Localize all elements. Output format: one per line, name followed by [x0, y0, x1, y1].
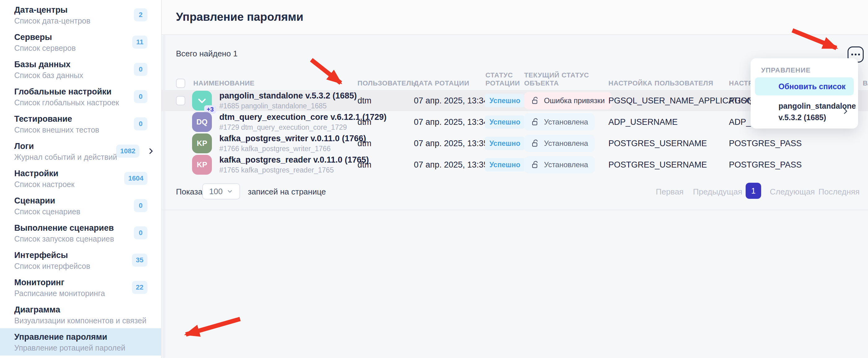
row-rotation-date: 07 апр. 2025, 13:35: [414, 160, 488, 170]
object-status-pill: Установлена: [524, 156, 595, 173]
count-badge: 11: [132, 36, 148, 48]
row-avatar: KP: [192, 155, 212, 175]
column-header-line: РОТАЦИИ: [486, 79, 520, 87]
row-user: dtm: [358, 139, 371, 148]
menu-item-refresh-list[interactable]: Обновить список: [755, 77, 854, 95]
sidebar-item-datacenters[interactable]: Дата-центры Список дата-центров 2: [0, 1, 161, 29]
ellipsis-icon: [851, 54, 860, 56]
row-rotation-date: 07 апр. 2025, 13:34: [414, 96, 488, 106]
object-status-pill: Ошибка привязки: [524, 92, 612, 109]
sidebar-item-subtitle: Список запусков сценариев: [14, 234, 149, 243]
sidebar-item-title: Управление паролями: [14, 332, 149, 342]
sidebar-item-monitoring[interactable]: Мониторинг Расписание мониторинга 22: [0, 274, 161, 301]
unlock-icon: [531, 118, 540, 127]
pagination-first[interactable]: Первая: [656, 187, 684, 197]
page-title: Управление паролями: [176, 10, 303, 24]
pagination-current-page[interactable]: 1: [746, 183, 761, 199]
pagination-prev[interactable]: Предыдущая: [693, 187, 742, 197]
object-status-pill: Установлена: [524, 113, 595, 131]
sidebar-item-title: Сценарии: [14, 195, 149, 206]
sidebar-item-scenario-runs[interactable]: Выполнение сценариев Список запусков сце…: [0, 219, 161, 247]
sidebar-item-interfaces[interactable]: Интерфейсы Список интерфейсов 35: [0, 247, 161, 274]
object-status-label: Установлена: [544, 118, 588, 126]
sidebar-item-diagram[interactable]: Диаграмма Визуализации компонентов и свя…: [0, 301, 161, 328]
column-header-name: НАИМЕНОВАНИЕ: [193, 79, 255, 87]
row-user: dtm: [358, 96, 371, 106]
row-rotation-date: 07 апр. 2025, 13:35: [414, 139, 488, 148]
sidebar-item-subtitle: Расписание мониторинга: [14, 289, 149, 298]
sidebar-item-servers[interactable]: Серверы Список серверов 11: [0, 29, 161, 56]
sidebar-item-title: Дата-центры: [14, 5, 149, 15]
column-header-rotation-date: ДАТА РОТАЦИИ: [414, 79, 469, 87]
column-header-line: СТАТУС: [486, 71, 520, 79]
app-window: Дата-центры Список дата-центров 2 Сервер…: [0, 0, 868, 358]
page-size-select[interactable]: 100: [202, 183, 240, 199]
total-found-label: Всего найдено 1: [176, 49, 238, 59]
row-password-setting: POSTGRES_PASS: [729, 160, 802, 170]
rotation-status-badge: Успешно: [485, 94, 525, 107]
count-badge: 22: [132, 281, 148, 294]
page-size-value: 100: [209, 187, 222, 196]
sidebar-item-title: Выполнение сценариев: [14, 223, 149, 233]
row-rotation-date: 07 апр. 2025, 13:34: [414, 118, 488, 127]
sidebar-item-scenarios[interactable]: Сценарии Список сценариев 0: [0, 192, 161, 219]
row-checkbox[interactable]: [176, 96, 185, 105]
actions-dropdown-menu: УПРАВЛЕНИЕ Обновить список pangolin_stan…: [751, 58, 858, 129]
row-avatar: +3: [192, 91, 212, 110]
chevron-right-icon: [841, 107, 849, 115]
row-user-setting: POSTGRES_USERNAME: [609, 160, 707, 170]
column-header-line: ТЕКУЩИЙ СТАТУС: [524, 71, 589, 79]
unlock-icon: [531, 160, 540, 169]
avatar-initials: KP: [197, 139, 207, 148]
main-content: Управление паролями Всего найдено 1 НАИМ…: [162, 0, 868, 358]
sidebar-item-testing[interactable]: Тестирование Список внешних тестов 0: [0, 110, 161, 137]
object-status-label: Установлена: [544, 160, 588, 169]
count-badge: 1082: [116, 144, 140, 158]
row-user: dtm: [358, 118, 371, 127]
row-name-cell[interactable]: pangolin_standalone v.5.3.2 (1685) #1685…: [219, 91, 357, 110]
row-id: #1766 kafka_postgres_writer_1766: [219, 144, 366, 153]
count-badge: 35: [132, 254, 148, 267]
row-name[interactable]: kafka_postgres_reader v.0.11.0 (1765): [219, 155, 369, 165]
table-row[interactable]: KP kafka_postgres_reader v.0.11.0 (1765)…: [162, 154, 868, 175]
count-badge: 0: [134, 90, 148, 103]
chevron-down-icon: [197, 95, 207, 106]
sidebar-item-settings[interactable]: Настройки Список настроек 1604: [0, 165, 161, 192]
row-name[interactable]: pangolin_standalone v.5.3.2 (1685): [219, 91, 357, 101]
table-row[interactable]: KP kafka_postgres_writer v.0.11.0 (1766)…: [162, 133, 868, 154]
sidebar-item-subtitle: Список дата-центров: [14, 16, 149, 25]
sidebar-item-title: Глобальные настройки: [14, 87, 149, 97]
row-name-cell[interactable]: kafka_postgres_reader v.0.11.0 (1765) #1…: [219, 155, 369, 174]
column-header-rotation-status: СТАТУС РОТАЦИИ: [486, 71, 520, 87]
row-name-cell[interactable]: kafka_postgres_writer v.0.11.0 (1766) #1…: [219, 134, 366, 153]
sidebar-item-password-management[interactable]: Управление паролями Управление ротацией …: [0, 328, 161, 356]
records-per-page-label: записей на странице: [248, 187, 326, 197]
count-badge: 1604: [124, 172, 148, 185]
sidebar-item-subtitle: Список серверов: [14, 43, 149, 53]
divider: [162, 210, 868, 210]
count-badge: 0: [134, 118, 148, 130]
sidebar-item-subtitle: Список интерфейсов: [14, 261, 149, 271]
row-name[interactable]: kafka_postgres_writer v.0.11.0 (1766): [219, 134, 366, 143]
rotation-status-badge: Успешно: [485, 137, 525, 150]
object-status-pill: Установлена: [524, 135, 595, 152]
column-header-user: ПОЛЬЗОВАТЕЛЬ: [358, 79, 416, 87]
pagination-next[interactable]: Следующая: [770, 187, 815, 197]
unlock-icon: [531, 96, 540, 105]
sidebar-item-title: Интерфейсы: [14, 250, 149, 260]
column-header-user-setting: НАСТРОЙКА ПОЛЬЗОВАТЕЛЯ: [609, 79, 713, 87]
object-status-label: Установлена: [544, 139, 588, 148]
count-badge: 0: [134, 199, 148, 212]
count-badge: 0: [134, 226, 148, 239]
pagination-last[interactable]: Последняя: [818, 187, 860, 197]
rotation-status-badge: Успешно: [485, 158, 525, 171]
row-avatar: DQ: [192, 112, 212, 132]
select-all-checkbox[interactable]: [176, 79, 185, 88]
column-header-owner: ВЛ: [863, 79, 868, 87]
sidebar-item-logs[interactable]: Логи Журнал событий и действий 1082: [0, 137, 161, 165]
menu-item-label: Обновить список: [778, 82, 846, 91]
sidebar-item-databases[interactable]: Базы данных Список баз данных 0: [0, 56, 161, 83]
sidebar-item-title: Диаграмма: [14, 304, 149, 315]
sidebar-item-title: Тестирование: [14, 113, 149, 124]
sidebar-item-global-settings[interactable]: Глобальные настройки Список глобальных н…: [0, 83, 161, 110]
